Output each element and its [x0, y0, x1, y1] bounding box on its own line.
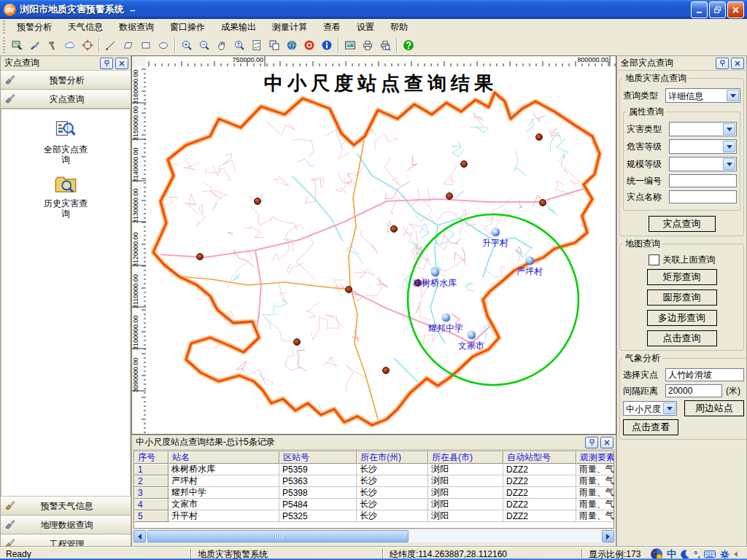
disaster-point-marker[interactable] [382, 367, 390, 374]
link-above-checkbox[interactable] [649, 254, 659, 265]
sidebar-tab-disaster-query[interactable]: 灾点查询 [1, 90, 131, 109]
table-row[interactable]: 3耀邦中学P5398长沙浏阳DZZ2雨量、气 [134, 487, 614, 499]
sidebar-tab-geo-data-query[interactable]: 地理数据查询 [1, 516, 131, 534]
table-row[interactable]: 4文家市P5484长沙浏阳DZZ2雨量、气 [134, 499, 614, 510]
station-marker[interactable] [492, 228, 500, 236]
station-marker[interactable] [468, 331, 476, 339]
close-icon[interactable] [600, 437, 614, 448]
sidebar-tab-warning-weather-info[interactable]: 预警天气信息 [1, 497, 131, 516]
query-type-combo[interactable]: 详细信息 [665, 88, 740, 103]
column-header[interactable]: 区站号 [279, 451, 357, 464]
sidebar-item-history-disaster-query[interactable]: 历史灾害查询 [36, 175, 95, 219]
pan-icon[interactable] [213, 36, 231, 54]
column-header[interactable]: 站名 [169, 451, 279, 464]
chevron-down-icon[interactable] [723, 158, 735, 170]
disaster-point-marker[interactable] [446, 192, 453, 200]
close-button[interactable] [727, 1, 744, 18]
zoom-extent-icon[interactable] [231, 36, 248, 54]
disaster-type-combo[interactable] [669, 122, 737, 136]
polygon-query-button[interactable]: 多边形查询 [647, 310, 717, 326]
disaster-point-marker[interactable] [196, 253, 204, 260]
help-icon[interactable] [400, 36, 417, 54]
collapse-arrow-icon[interactable] [734, 551, 738, 557]
polygon-tool-icon[interactable] [120, 36, 137, 54]
line-tool-icon[interactable] [102, 36, 120, 54]
disaster-point-marker[interactable] [254, 198, 261, 205]
table-row[interactable]: 1株树桥水库P5359长沙浏阳DZZ2雨量、气 [134, 464, 614, 475]
disaster-point-marker[interactable] [345, 286, 352, 293]
chevron-down-icon[interactable] [727, 90, 739, 101]
chevron-down-icon[interactable] [723, 123, 735, 135]
table-row[interactable]: 2严坪村P5363长沙浏阳DZZ2雨量、气 [134, 475, 614, 487]
cloud-icon[interactable] [61, 36, 79, 54]
menu-view[interactable]: 查看 [315, 20, 349, 35]
horizontal-scrollbar[interactable] [133, 530, 614, 542]
scale-level-combo[interactable] [669, 157, 737, 171]
soft-keyboard-icon[interactable] [704, 549, 716, 559]
pin-icon[interactable] [716, 58, 729, 69]
record-icon[interactable] [301, 36, 318, 54]
column-header[interactable]: 所在市(州) [357, 451, 428, 464]
close-icon[interactable] [115, 58, 128, 69]
crosshair-icon[interactable] [79, 36, 96, 54]
chevron-down-icon[interactable] [723, 141, 735, 152]
menu-weather-info[interactable]: 天气信息 [60, 20, 111, 35]
menu-warning-analysis[interactable]: 预警分析 [9, 20, 60, 35]
pin-icon[interactable] [100, 58, 113, 69]
menu-help[interactable]: 帮助 [382, 20, 416, 35]
distance-input[interactable]: 20000 [665, 384, 722, 397]
scroll-left-icon[interactable] [133, 530, 146, 542]
menu-data-query[interactable]: 数据查询 [111, 20, 162, 35]
disaster-point-marker[interactable] [460, 160, 468, 168]
print-preview-icon[interactable] [376, 36, 394, 54]
minimize-button[interactable] [691, 1, 708, 18]
rectangle-tool-icon[interactable] [137, 36, 155, 54]
print-icon[interactable] [359, 36, 376, 54]
station-marker[interactable] [431, 268, 439, 276]
hammer-icon[interactable] [44, 36, 61, 54]
column-header[interactable]: 序号 [134, 451, 169, 464]
station-marker[interactable] [442, 314, 450, 322]
refresh-icon[interactable] [248, 36, 266, 54]
hazard-level-combo[interactable] [669, 139, 737, 154]
disaster-point-marker[interactable] [535, 133, 543, 141]
table-row[interactable]: 5升平村P5325长沙浏阳DZZ2雨量、气 [134, 510, 614, 522]
scale-combo[interactable]: 中小尺度 [623, 401, 677, 416]
scroll-right-icon[interactable] [602, 530, 614, 542]
info-icon[interactable] [318, 36, 336, 54]
close-icon[interactable] [731, 58, 744, 69]
map-select-icon[interactable] [9, 36, 26, 54]
menu-settings[interactable]: 设置 [349, 20, 382, 35]
menu-window-ops[interactable]: 窗口操作 [162, 20, 213, 35]
menu-measure-calc[interactable]: 测量计算 [264, 20, 315, 35]
circle-query-button[interactable]: 圆形查询 [647, 289, 717, 306]
scrollbar-thumb[interactable] [147, 530, 409, 542]
zoom-out-icon[interactable] [196, 36, 213, 54]
disaster-query-button[interactable]: 灾点查询 [649, 216, 716, 232]
zoom-in-icon[interactable] [178, 36, 196, 54]
sidebar-item-all-disaster-query[interactable]: 全部灾点查询 [36, 120, 95, 165]
unified-id-input[interactable] [669, 174, 737, 187]
column-header[interactable]: 自动站型号 [503, 451, 576, 464]
column-header[interactable]: 观测要素 [576, 451, 614, 464]
map-canvas[interactable]: 中小尺度站点查询结果 升平村严坪村株树桥水库耀邦中学文家市 [146, 66, 616, 434]
click-query-button[interactable]: 点击查询 [647, 330, 717, 346]
disaster-name-input[interactable] [669, 190, 737, 203]
nearby-stations-button[interactable]: 周边站点 [684, 400, 744, 416]
fullwidth-moon-icon[interactable] [680, 549, 690, 559]
view-button[interactable]: 点击查看 [623, 419, 678, 435]
menu-result-output[interactable]: 成果输出 [213, 20, 264, 35]
select-point-input[interactable]: 人竹岭滑坡 [665, 368, 744, 381]
sidebar-tab-warning-analysis[interactable]: 预警分析 [1, 71, 131, 90]
station-marker[interactable] [526, 257, 534, 265]
image-export-icon[interactable] [341, 36, 359, 54]
column-header[interactable]: 所在县(市) [428, 451, 503, 464]
globe-icon[interactable] [283, 36, 301, 54]
paint-icon[interactable] [26, 36, 44, 54]
chevron-down-icon[interactable] [663, 402, 676, 414]
ellipse-tool-icon[interactable] [155, 36, 172, 54]
layers-icon[interactable] [266, 36, 283, 54]
disaster-point-marker[interactable] [390, 225, 398, 233]
disaster-point-marker[interactable] [293, 338, 301, 346]
pin-icon[interactable] [585, 437, 598, 448]
